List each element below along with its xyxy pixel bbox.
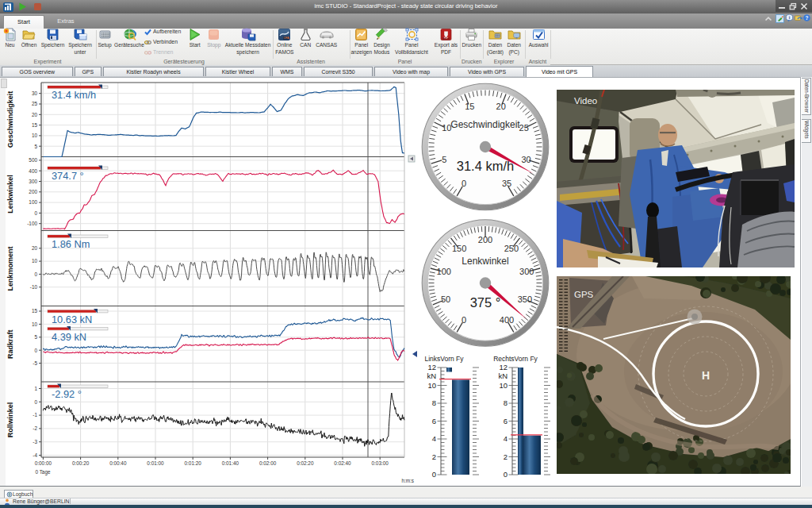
svg-text:0: 0 [504,470,508,479]
svg-text:6: 6 [432,417,436,425]
svg-text:2: 2 [432,452,436,461]
svg-text:12: 12 [499,363,508,371]
svg-text:10: 10 [499,381,508,390]
svg-text:RechtsVorn Fy: RechtsVorn Fy [493,355,538,363]
svg-text:kN: kN [498,371,508,380]
svg-text:kN: kN [427,371,436,380]
svg-text:12: 12 [427,363,436,371]
svg-text:LinksVorn Fy: LinksVorn Fy [424,355,464,363]
svg-text:4: 4 [432,434,436,443]
svg-text:0: 0 [432,470,436,479]
svg-text:8: 8 [504,398,508,407]
svg-text:Video: Video [574,96,597,106]
svg-text:8: 8 [432,398,436,407]
svg-text:6: 6 [504,417,508,425]
svg-text:H: H [702,369,710,382]
svg-text:2: 2 [504,452,508,461]
svg-text:GPS: GPS [574,290,594,299]
svg-text:10: 10 [427,381,436,390]
svg-text:4: 4 [504,434,508,443]
